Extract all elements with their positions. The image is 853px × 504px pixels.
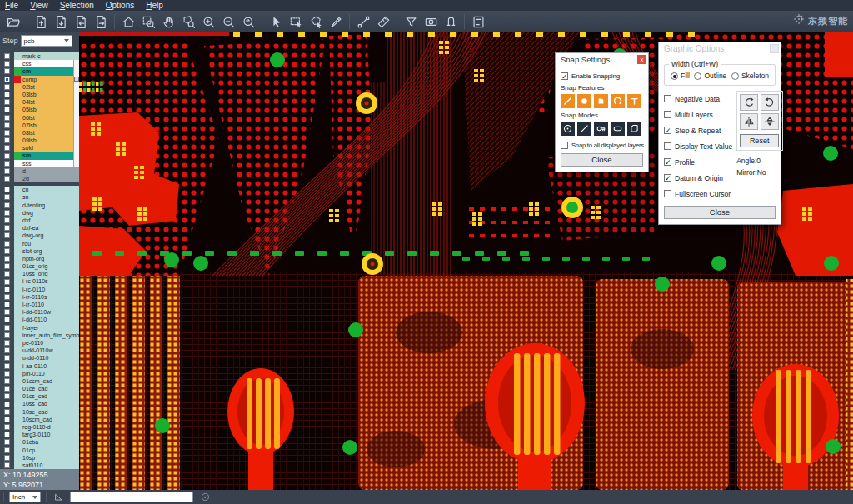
layer-visibility-checkbox[interactable] (4, 317, 10, 322)
zoom-polygon-icon[interactable] (178, 12, 198, 31)
layer-visibility-checkbox[interactable] (4, 309, 10, 315)
select-arrow-icon[interactable] (266, 12, 286, 31)
layer-row-10se_cad[interactable]: 10se_cad (0, 408, 79, 416)
menu-item-help[interactable]: Help (146, 0, 163, 11)
layer-row-03lsb[interactable]: 03lsb (0, 91, 79, 98)
layer-row-02lst[interactable]: 02lst (0, 83, 79, 91)
layer-row-inner_auto_film_symb[interactable]: inner_auto_film_symb (0, 332, 79, 339)
zoom-previous-icon[interactable] (238, 12, 258, 31)
layer-visibility-checkbox[interactable] (4, 409, 10, 415)
option-row-display-text-value[interactable]: Display Text Value (664, 138, 732, 154)
graphic-close-button[interactable]: Close (664, 206, 776, 219)
layer-visibility-checkbox[interactable] (4, 68, 10, 74)
layer-visibility-checkbox[interactable] (4, 256, 10, 262)
layer-row-2d[interactable]: 2d (0, 175, 79, 182)
layer-visibility-checkbox[interactable] (4, 393, 10, 399)
mirror-vertical-icon[interactable] (761, 113, 779, 130)
checkbox-icon[interactable] (664, 190, 671, 197)
layer-row-01cs_cad[interactable]: 01cs_cad (0, 392, 79, 400)
layer-visibility-checkbox[interactable] (4, 232, 10, 238)
close-icon[interactable] (770, 44, 779, 53)
page-import-icon[interactable] (71, 12, 91, 31)
layer-visibility-checkbox[interactable] (4, 302, 10, 307)
width-radio-outline[interactable]: Outline (694, 72, 726, 80)
layer-visibility-checkbox[interactable] (4, 347, 10, 353)
measure-ruler-icon[interactable] (373, 12, 393, 31)
layer-row-cm[interactable]: cm (0, 67, 79, 75)
layer-row-10ss_cad[interactable]: 10ss_cad (0, 400, 79, 407)
layer-row-pin-0110[interactable]: pin-0110 (0, 370, 79, 377)
layer-visibility-checkbox[interactable] (4, 447, 10, 453)
layer-row-u-dd-0110[interactable]: u-dd-0110 (0, 354, 79, 362)
checkbox-icon[interactable] (664, 111, 671, 118)
layer-visibility-checkbox[interactable] (4, 137, 10, 143)
apply-circle-icon[interactable] (198, 492, 212, 503)
layer-visibility-checkbox[interactable] (4, 279, 10, 285)
layer-row-i-aa-0110[interactable]: i-aa-0110 (0, 362, 79, 370)
layer-visibility-checkbox[interactable] (4, 77, 10, 82)
layer-row-saf0110[interactable]: saf0110 (0, 462, 79, 469)
layer-form-icon[interactable] (468, 12, 488, 31)
layer-visibility-checkbox[interactable] (4, 130, 10, 136)
layer-row-targ3-0110[interactable]: targ3-0110 (0, 431, 79, 438)
layer-row-01ce_cad[interactable]: 01ce_cad (0, 385, 79, 392)
layer-visibility-checkbox[interactable] (4, 161, 10, 167)
layer-row-rou[interactable]: rou (0, 240, 79, 247)
enable-snapping-checkbox[interactable]: ✓ (561, 72, 568, 80)
reset-button[interactable]: Reset (740, 134, 779, 147)
layer-visibility-checkbox[interactable] (4, 99, 10, 105)
snap-all-layers-checkbox[interactable] (561, 142, 568, 149)
layer-row-d-tenting[interactable]: d-tenting (0, 202, 79, 209)
home-icon[interactable] (118, 12, 138, 31)
layer-row-01cs_orig[interactable]: 01cs_orig (0, 262, 79, 270)
menu-item-selection[interactable]: Selection (60, 0, 94, 11)
snap-corner-icon[interactable] (594, 94, 608, 108)
layer-row-sss[interactable]: sss (0, 160, 79, 167)
layer-row-sn[interactable]: sn (0, 193, 79, 201)
snap-close-button[interactable]: Close (561, 153, 643, 167)
layer-visibility-checkbox[interactable] (4, 294, 10, 300)
layer-row-css[interactable]: css (0, 60, 79, 67)
layer-visibility-checkbox[interactable] (4, 386, 10, 392)
layer-row-01cba[interactable]: 01cba (0, 438, 79, 446)
layer-visibility-checkbox[interactable] (4, 371, 10, 377)
snap-line-icon[interactable] (561, 94, 575, 108)
close-icon[interactable]: x (637, 55, 646, 64)
mode-slot-icon[interactable] (611, 122, 625, 136)
layer-row-05lsb[interactable]: 05lsb (0, 106, 79, 113)
layer-visibility-checkbox[interactable] (4, 462, 10, 468)
radio-icon[interactable] (731, 72, 739, 80)
layer-row-10scm_cad[interactable]: 10scm_cad (0, 416, 79, 423)
rotate-ccw-icon[interactable] (761, 94, 779, 111)
width-radio-fill[interactable]: Fill (671, 72, 690, 80)
layer-row-mark-c[interactable]: mark-c (0, 52, 79, 60)
layer-visibility-checkbox[interactable] (4, 241, 10, 247)
pan-hand-icon[interactable] (158, 12, 178, 31)
option-row-step-repeat[interactable]: ✓Step & Repeat (664, 122, 732, 138)
menu-item-file[interactable]: File (5, 0, 18, 11)
layer-row-i-rc-0110s[interactable]: i-rc-0110s (0, 277, 79, 285)
layer-visibility-checkbox[interactable] (4, 107, 10, 112)
width-radio-skeleton[interactable]: Skeleton (731, 72, 769, 80)
layer-row-d[interactable]: d (0, 167, 79, 175)
open-folder-icon[interactable] (3, 12, 23, 31)
layer-row-slot-org[interactable]: slot-org (0, 247, 79, 255)
layer-row-i-rr-0110[interactable]: i-rr-0110 (0, 301, 79, 308)
step-select[interactable]: pcb (21, 35, 72, 47)
page-upload-icon[interactable] (31, 12, 51, 31)
option-row-profile[interactable]: ✓Profile (664, 154, 732, 170)
layer-visibility-checkbox[interactable] (4, 432, 10, 437)
layer-row-dwg[interactable]: dwg (0, 209, 79, 217)
mode-key-icon[interactable] (594, 122, 608, 136)
select-polygon-icon[interactable] (306, 12, 326, 31)
checkbox-icon[interactable]: ✓ (664, 174, 671, 182)
checkbox-icon[interactable] (664, 95, 671, 102)
corner-select-icon[interactable] (52, 492, 65, 503)
option-row-multi-layers[interactable]: Multi Layers (664, 107, 732, 122)
mirror-horizontal-icon[interactable] (740, 113, 758, 130)
checkbox-icon[interactable] (664, 142, 671, 150)
paint-brush-icon[interactable] (326, 12, 346, 31)
checkbox-icon[interactable]: ✓ (664, 127, 671, 134)
layer-visibility-checkbox[interactable] (4, 225, 10, 231)
layer-row-i-dd-0110w[interactable]: i-dd-0110w (0, 308, 79, 316)
